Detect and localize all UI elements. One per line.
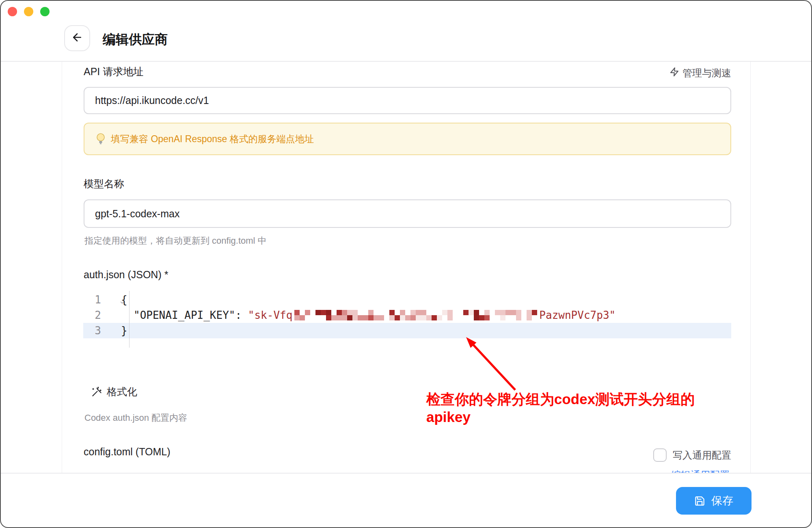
model-name-label: 模型名称: [84, 177, 124, 190]
save-button-label: 保存: [711, 493, 733, 508]
footer-divider: [1, 473, 812, 474]
line-number-2: 2: [83, 309, 115, 321]
gutter-separator: [129, 291, 130, 348]
write-common-config-checkbox[interactable]: [653, 448, 667, 462]
lightbulb-icon: [96, 133, 106, 145]
auth-json-help-text: Codex auth.json 配置内容: [84, 412, 187, 424]
json-value-end: PazwnPVc7p3": [539, 309, 615, 321]
lightning-icon: [669, 67, 679, 79]
save-disk-icon: [694, 496, 705, 506]
auth-json-editor[interactable]: 1 { 2 "OPENAI_API_KEY": "sk-VfqPazwnPVc7…: [83, 291, 731, 352]
manage-and-speedtest-button[interactable]: 管理与测速: [669, 67, 731, 80]
zoom-window-button[interactable]: [40, 7, 50, 16]
redacted-api-key-mosaic: [294, 310, 537, 320]
close-window-button[interactable]: [8, 7, 17, 16]
write-common-config-label: 写入通用配置: [673, 449, 731, 462]
api-url-input[interactable]: [84, 87, 731, 114]
edit-common-config-link[interactable]: 编辑通用配置: [671, 469, 730, 473]
fold-chevron-icon[interactable]: [119, 296, 125, 301]
model-name-input[interactable]: [84, 199, 731, 228]
minimize-window-button[interactable]: [24, 7, 33, 16]
config-toml-label: config.toml (TOML): [84, 446, 170, 458]
arrow-left-icon: [71, 31, 83, 45]
format-button-label: 格式化: [107, 385, 137, 398]
code-line-3-text: }: [115, 325, 127, 337]
app-window: 编辑供应商 API 请求地址 管理与测速 填写兼容 OpenAI Respons…: [0, 0, 812, 528]
auth-json-label: auth.json (JSON) *: [84, 269, 168, 281]
json-key: "OPENAI_API_KEY":: [134, 309, 248, 321]
back-button[interactable]: [64, 25, 90, 51]
code-line-3-active: 3 }: [83, 323, 731, 338]
hint-banner: 填写兼容 OpenAI Response 格式的服务端点地址: [84, 123, 731, 155]
write-common-config-row: 写入通用配置: [653, 448, 731, 462]
manage-and-speedtest-label: 管理与测速: [682, 67, 731, 80]
page-title: 编辑供应商: [103, 31, 168, 49]
line-number-1: 1: [83, 294, 115, 306]
api-url-label: API 请求地址: [84, 65, 143, 78]
annotation-text: 检查你的令牌分组为codex测试开头分组的apikey: [426, 390, 727, 425]
code-line-1: 1 {: [83, 292, 731, 307]
code-line-2-text: "OPENAI_API_KEY": "sk-VfqPazwnPVc7p3": [115, 309, 615, 321]
model-help-text: 指定使用的模型，将自动更新到 config.toml 中: [84, 235, 267, 247]
json-value-start: "sk-Vfq: [248, 309, 293, 321]
save-button[interactable]: 保存: [676, 487, 752, 515]
code-line-2: 2 "OPENAI_API_KEY": "sk-VfqPazwnPVc7p3": [83, 307, 731, 323]
format-button[interactable]: 格式化: [91, 385, 137, 398]
magic-wand-icon: [91, 386, 102, 397]
line-number-3: 3: [83, 325, 115, 337]
hint-banner-text: 填写兼容 OpenAI Response 格式的服务端点地址: [111, 133, 314, 145]
